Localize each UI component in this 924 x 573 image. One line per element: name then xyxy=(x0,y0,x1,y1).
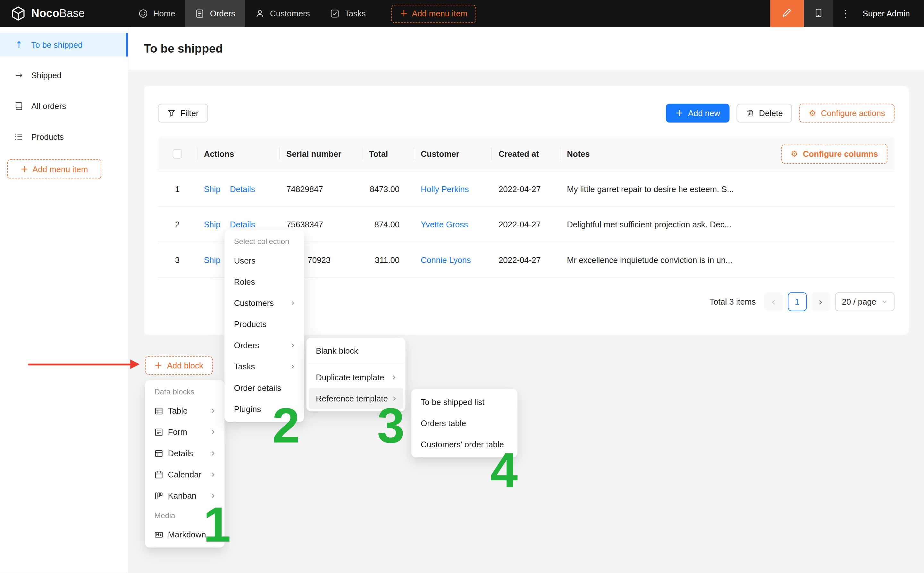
designer-pen-icon xyxy=(782,7,792,20)
ship-link[interactable]: Ship xyxy=(204,255,220,264)
main-menu: Home Orders Customers Tasks + Add menu i… xyxy=(128,0,477,27)
nav-add-menu-item-button[interactable]: + Add menu item xyxy=(391,5,477,23)
chevron-right-icon: › xyxy=(211,427,215,437)
plus-icon: + xyxy=(675,108,683,118)
details-block-icon xyxy=(155,449,164,458)
menu-item-orders[interactable]: Orders › xyxy=(227,335,302,356)
arrow-right-icon: → xyxy=(14,71,23,80)
menu-item-to-be-shipped-list[interactable]: To be shipped list xyxy=(414,391,515,412)
menu-item-form[interactable]: Form › xyxy=(147,421,222,443)
total-cell: 311.00 xyxy=(362,242,414,277)
menu-item-users[interactable]: Users xyxy=(227,250,302,271)
ship-link[interactable]: Ship xyxy=(204,220,220,229)
menu-item-tasks[interactable]: Tasks › xyxy=(227,356,302,377)
plus-icon: + xyxy=(155,361,163,370)
book-icon xyxy=(14,101,23,111)
column-header-serial: Serial number xyxy=(279,136,362,171)
nav-item-tasks[interactable]: Tasks xyxy=(320,0,376,27)
menu-item-details[interactable]: Details › xyxy=(147,443,222,463)
chevron-right-icon: › xyxy=(291,341,295,350)
sidebar-add-menu-item-button[interactable]: + Add menu item xyxy=(7,159,101,179)
menu-item-label: Customers xyxy=(234,298,286,307)
menu-item-order-details[interactable]: Order details xyxy=(227,377,302,398)
column-header-total: Total xyxy=(362,136,414,171)
nav-item-orders[interactable]: Orders xyxy=(185,0,245,27)
sidebar-item-shipped[interactable]: → Shipped xyxy=(0,64,128,88)
menu-item-customers[interactable]: Customers › xyxy=(227,293,302,313)
user-menu[interactable]: Super Admin xyxy=(863,9,910,18)
column-header-created: Created at xyxy=(491,136,560,171)
add-new-button[interactable]: + Add new xyxy=(666,103,729,122)
add-block-button[interactable]: + Add block xyxy=(145,356,213,375)
annotation-step-2: 2 xyxy=(272,407,300,445)
mobile-icon xyxy=(814,8,823,19)
row-index: 2 xyxy=(158,207,197,241)
menu-item-label: Orders xyxy=(234,341,286,350)
mobile-preview-button[interactable] xyxy=(804,0,833,27)
menu-item-blank-block[interactable]: Blank block xyxy=(309,340,403,362)
menu-item-table[interactable]: Table › xyxy=(147,400,222,421)
chevron-right-icon: › xyxy=(211,449,215,458)
customer-cell: Yvette Gross xyxy=(414,207,491,241)
menu-item-label: Roles xyxy=(234,277,295,286)
filter-label: Filter xyxy=(180,108,199,118)
logo[interactable]: NocoBase xyxy=(0,0,128,27)
menu-item-calendar[interactable]: Calendar › xyxy=(147,464,222,485)
top-navbar: NocoBase Home Orders Customers Tasks + A… xyxy=(0,0,924,27)
total-cell: 874.00 xyxy=(362,207,414,241)
configure-columns-button[interactable]: ⚙ Configure columns xyxy=(781,144,888,164)
chevron-right-icon: › xyxy=(211,470,215,479)
column-header-customer: Customer xyxy=(414,136,491,171)
annotation-red-arrow xyxy=(28,363,131,366)
menu-item-orders-table[interactable]: Orders table xyxy=(414,413,515,434)
table-row: 1 Ship Details 74829847 8473.00 Holly Pe… xyxy=(158,172,895,207)
details-link[interactable]: Details xyxy=(230,184,255,193)
select-collection-menu: Select collection Users Roles Customers … xyxy=(224,230,304,422)
nav-item-home[interactable]: Home xyxy=(128,0,185,27)
notes-header-label: Notes xyxy=(567,149,590,158)
details-link[interactable]: Details xyxy=(230,220,255,229)
menu-group-title: Select collection xyxy=(227,232,302,250)
menu-divider xyxy=(309,363,403,364)
nav-item-customers[interactable]: Customers xyxy=(245,0,320,27)
notes-text: Mr excellence inquietude conviction is i… xyxy=(567,255,732,264)
prev-page-button[interactable]: ‹ xyxy=(764,293,783,312)
toolbar-right: + Add new Delete ⚙ Configure actions xyxy=(666,103,894,122)
select-all-checkbox[interactable] xyxy=(173,149,182,158)
menu-item-products[interactable]: Products xyxy=(227,313,302,335)
ui-editor-button[interactable] xyxy=(770,0,804,27)
delete-label: Delete xyxy=(759,108,783,118)
nocobase-logo-icon xyxy=(11,6,26,21)
gear-icon: ⚙ xyxy=(809,109,816,117)
customer-cell: Connie Lyons xyxy=(414,242,491,277)
more-menu-button[interactable]: ⋮ xyxy=(833,0,858,27)
next-page-button[interactable]: › xyxy=(811,293,830,312)
nav-item-label: Customers xyxy=(270,9,310,18)
created-cell: 2022-04-27 xyxy=(491,172,560,206)
filter-button[interactable]: Filter xyxy=(158,103,208,122)
customer-link[interactable]: Yvette Gross xyxy=(421,220,468,229)
menu-item-label: Calendar xyxy=(168,470,207,479)
sidebar-item-products[interactable]: Products xyxy=(0,125,128,149)
column-header-actions: Actions xyxy=(197,136,279,171)
page-size-select[interactable]: 20 / page xyxy=(835,293,894,312)
menu-item-label: To be shipped list xyxy=(421,397,508,407)
logo-text: NocoBase xyxy=(31,7,84,20)
notes-cell: Mr excellence inquietude conviction is i… xyxy=(560,242,894,277)
menu-item-label: Products xyxy=(234,319,295,329)
menu-item-label: Orders table xyxy=(421,418,508,428)
configure-actions-button[interactable]: ⚙ Configure actions xyxy=(799,103,894,122)
menu-item-duplicate-template[interactable]: Duplicate template › xyxy=(309,366,403,388)
menu-item-roles[interactable]: Roles xyxy=(227,271,302,292)
sidebar-item-to-be-shipped[interactable]: ↑ To be shipped xyxy=(0,33,128,57)
customer-link[interactable]: Holly Perkins xyxy=(421,184,469,193)
customers-icon xyxy=(255,9,264,18)
annotation-step-4: 4 xyxy=(490,451,518,490)
ship-link[interactable]: Ship xyxy=(204,184,220,193)
current-page-button[interactable]: 1 xyxy=(788,293,807,312)
select-all-cell xyxy=(158,136,197,171)
sidebar-item-all-orders[interactable]: All orders xyxy=(0,94,128,118)
delete-button[interactable]: Delete xyxy=(737,103,793,122)
customer-link[interactable]: Connie Lyons xyxy=(421,255,471,264)
created-cell: 2022-04-27 xyxy=(491,207,560,241)
